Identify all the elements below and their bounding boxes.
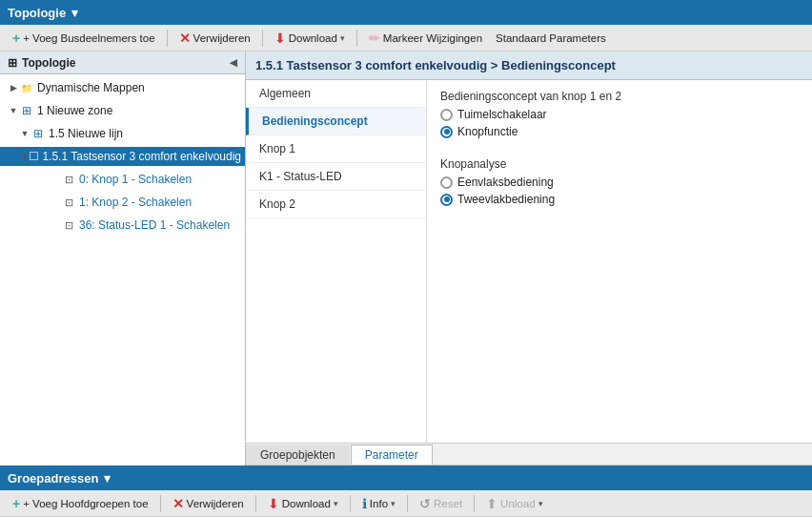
toolbar-sep-g1 [160,495,161,512]
tree-label: 1: Knop 2 - Schakelen [79,196,192,209]
tab-k1-status-led[interactable]: K1 - Status-LED [246,163,426,191]
radio-row-tuimel[interactable]: Tuimelschakelaar [440,108,799,121]
bottom-tab-bar: Groepobjekten Parameter [246,443,812,465]
tab-groepobjekten[interactable]: Groepobjekten [246,445,350,465]
tree-label: 36: Status-LED 1 - Schakelen [79,218,230,232]
mark-button[interactable]: ✏ Markeer Wijzigingen [364,29,487,48]
tree-row-device[interactable]: ▼ ☐ 1.5.1 Tastsensor 3 comfort enkelvoud… [0,147,245,166]
params-button[interactable]: Standaard Parameters [491,31,611,46]
tree-row-knop0[interactable]: ⊡ 0: Knop 1 - Schakelen [0,170,245,189]
unload-g-icon: ⬆ [486,496,497,511]
download-label: Download [289,32,337,44]
tree-label: 0: Knop 1 - Schakelen [79,173,192,186]
groepadressen-bar: Groepadressen ▾ [0,465,812,490]
tree-label: Dynamische Mappen [37,81,145,94]
radio-row-eenvlak[interactable]: Eenvlaksbediening [440,176,799,189]
radio-row-tweevlak[interactable]: Tweevlakbediening [440,193,799,206]
main-layout: ⊞ Topologie ◀ ▶ 📁 Dynamische Mappen ▼ ⊞ [0,52,812,465]
list-item: ▶ 📁 Dynamische Mappen [0,76,245,99]
reset-g-icon: ↺ [419,496,431,511]
toolbar-sep-g4 [407,495,408,512]
tree-row-zone[interactable]: ▼ ⊞ 1 Nieuwe zone [0,101,245,120]
list-item: ⊡ 1: Knop 2 - Schakelen [0,191,245,214]
radio-eenvlak[interactable] [440,176,453,189]
topology-tree: ▶ 📁 Dynamische Mappen ▼ ⊞ 1 Nieuwe zone … [0,74,245,465]
topology-panel-title: Topologie [22,56,75,70]
download-arrow: ▾ [340,33,345,43]
unload-g-button[interactable]: ⬆ Unload ▾ [481,494,547,513]
toolbar-sep-2 [262,30,263,47]
radio-tuimel[interactable] [440,109,453,121]
tree-toggle[interactable]: ▼ [21,152,30,161]
download-button[interactable]: ⬇ Download ▾ [270,29,350,48]
tree-toggle[interactable]: ▼ [8,106,19,115]
radio-tweevlak[interactable] [440,194,453,206]
download-g-button[interactable]: ⬇ Download ▾ [263,494,343,513]
radio-tweevlak-label: Tweevlakbediening [457,193,555,206]
delete-g-icon: ✕ [173,496,184,511]
folder-icon: 📁 [19,80,34,95]
detail-area: Bedieningsconcept van knop 1 en 2 Tuimel… [427,80,812,443]
topology-toolbar: + + Voeg Busdeelnemers toe ✕ Verwijderen… [0,25,812,52]
info-g-button[interactable]: ℹ Info ▾ [357,494,400,513]
radio-eenvlak-label: Eenvlaksbediening [457,176,554,189]
radio-knop[interactable] [440,126,453,138]
tree-toggle[interactable]: ▼ [19,129,30,138]
add-busdeelnemers-label: + Voeg Busdeelnemers toe [23,32,154,44]
content-body: Algemeen Bedieningsconcept Knop 1 K1 - S… [246,80,812,443]
topology-panel: ⊞ Topologie ◀ ▶ 📁 Dynamische Mappen ▼ ⊞ [0,52,246,465]
info-g-label: Info [370,498,388,509]
knop-icon: ⊡ [61,195,76,210]
delete-g-button[interactable]: ✕ Verwijderen [168,494,249,513]
add-busdeelnemers-button[interactable]: + + Voeg Busdeelnemers toe [8,29,160,48]
detail-section-2: Knopanalyse Eenvlaksbediening Tweevlakbe… [440,157,799,206]
tab-parameter[interactable]: Parameter [351,445,433,465]
tree-row-dynamische[interactable]: ▶ 📁 Dynamische Mappen [0,78,245,97]
tree-row-line[interactable]: ▼ ⊞ 1.5 Nieuwe lijn [0,124,245,143]
tab-algemeen[interactable]: Algemeen [246,80,426,108]
section2-label: Knopanalyse [440,157,799,171]
tree-row-led[interactable]: ⊡ 36: Status-LED 1 - Schakelen [0,216,245,235]
tab-knop2[interactable]: Knop 2 [246,191,426,218]
mark-icon: ✏ [369,31,380,46]
reset-g-label: Reset [434,498,462,509]
list-item: ▼ ⊞ 1 Nieuwe zone [0,99,245,122]
download-icon: ⬇ [274,31,286,46]
list-item: ⊡ 36: Status-LED 1 - Schakelen [0,214,245,237]
toolbar-sep-g5 [474,495,475,512]
topology-panel-collapse[interactable]: ◀ [230,57,237,68]
groepadressen-chevron[interactable]: ▾ [104,471,111,486]
add-icon: + [12,496,20,511]
topology-panel-header: ⊞ Topologie ◀ [0,52,245,74]
knop-icon: ⊡ [61,172,76,187]
detail-section-1: Bedieningsconcept van knop 1 en 2 Tuimel… [440,90,799,138]
radio-knop-label: Knopfunctie [457,125,518,138]
delete-button[interactable]: ✕ Verwijderen [174,29,255,48]
radio-tuimel-label: Tuimelschakelaar [457,108,547,121]
tree-row-knop1[interactable]: ⊡ 1: Knop 2 - Schakelen [0,193,245,212]
tab-knop1[interactable]: Knop 1 [246,135,426,163]
groepadressen-title: Groepadressen [8,471,98,486]
toolbar-sep-g3 [350,495,351,512]
topbar-chevron[interactable]: ▾ [71,6,78,20]
add-hoofdgroepen-button[interactable]: + + Voeg Hoofdgroepen toe [8,494,153,513]
tree-toggle[interactable]: ▶ [8,83,19,93]
download-g-icon: ⬇ [268,496,279,511]
delete-icon: ✕ [179,31,191,46]
tab-menu: Algemeen Bedieningsconcept Knop 1 K1 - S… [246,80,427,443]
content-panel: 1.5.1 Tastsensor 3 comfort enkelvoudig >… [246,52,812,465]
tree-label: 1.5 Nieuwe lijn [49,127,123,140]
content-title: 1.5.1 Tastsensor 3 comfort enkelvoudig >… [255,58,616,72]
tab-bedieningsconcept[interactable]: Bedieningsconcept [246,108,426,135]
download-g-label: Download [282,498,331,509]
info-g-arrow: ▾ [391,499,396,508]
device-icon: ☐ [29,149,39,164]
topology-grid-icon: ⊞ [8,56,17,70]
top-bar: Topologie ▾ [0,0,812,25]
add-hoofdgroepen-label: + Voeg Hoofdgroepen toe [23,498,148,509]
radio-row-knop[interactable]: Knopfunctie [440,125,799,138]
add-icon: + [12,31,20,46]
delete-g-label: Verwijderen [187,498,244,509]
line-icon: ⊞ [30,126,46,141]
reset-g-button[interactable]: ↺ Reset [415,494,467,513]
